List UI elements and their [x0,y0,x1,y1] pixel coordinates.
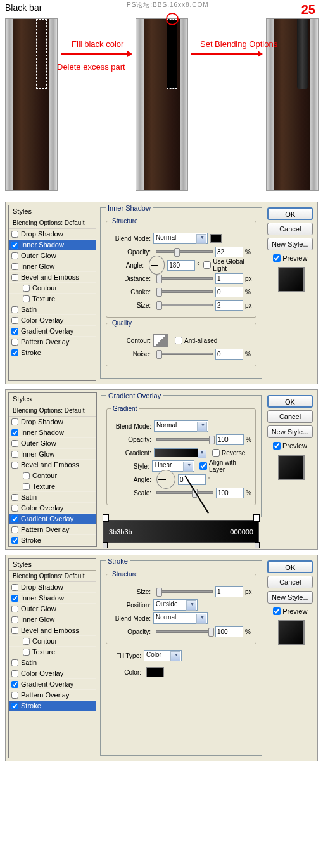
color-label: Color: [108,669,144,676]
preview-checkbox[interactable] [273,607,281,615]
style-satin[interactable]: Satin [9,492,96,503]
style-texture[interactable]: Texture [9,294,96,304]
style-drop-shadow[interactable]: Drop Shadow [9,229,96,240]
style-gradient-overlay[interactable]: Gradient Overlay [9,326,96,337]
blend-mode-combo[interactable]: Normal [154,420,208,432]
style-color-overlay[interactable]: Color Overlay [9,503,96,514]
styles-header[interactable]: Styles [9,559,96,571]
choke-input[interactable] [215,287,243,297]
cancel-button[interactable]: Cancel [267,410,313,423]
style-outer-glow[interactable]: Outer Glow [9,604,96,614]
new-style-button[interactable]: New Style... [267,238,313,250]
styles-header[interactable]: Styles [9,393,96,405]
ok-button[interactable]: OK [267,560,313,573]
style-outer-glow[interactable]: Outer Glow [9,438,96,449]
style-inner-shadow[interactable]: Inner Shadow [9,593,96,604]
size-slider[interactable] [156,304,213,306]
style-pattern-overlay[interactable]: Pattern Overlay [9,337,96,347]
settings-panel: Gradient Overlay Gradient Blend Mode:Nor… [99,392,263,547]
opacity-input[interactable] [215,626,243,637]
style-texture[interactable]: Texture [9,481,96,492]
style-inner-glow[interactable]: Inner Glow [9,449,96,460]
blending-options-default[interactable]: Blending Options: Default [9,217,96,229]
style-color-overlay[interactable]: Color Overlay [9,315,96,326]
distance-input[interactable] [215,273,243,284]
angle-dial[interactable] [156,470,175,489]
reverse-checkbox[interactable] [212,449,220,457]
stop-handle-right[interactable] [255,542,260,548]
style-contour[interactable]: Contour [9,283,96,294]
opacity-slider[interactable] [156,630,213,633]
style-bevel[interactable]: Bevel and Emboss [9,460,96,470]
blend-mode-combo[interactable]: Normal [153,612,208,624]
style-satin[interactable]: Satin [9,657,96,668]
styles-header[interactable]: Styles [9,205,96,217]
size-label: Size: [110,588,153,595]
style-drop-shadow[interactable]: Drop Shadow [9,417,96,427]
size-slider[interactable] [156,590,213,593]
style-contour[interactable]: Contour [9,636,96,647]
position-combo[interactable]: Outside [153,599,198,611]
stop-handle-left[interactable] [103,542,108,548]
size-input[interactable] [215,300,243,311]
style-color-overlay[interactable]: Color Overlay [9,668,96,679]
style-inner-glow[interactable]: Inner Glow [9,261,96,272]
fill-type-combo[interactable]: Color [144,650,182,661]
gradient-picker[interactable] [154,448,198,457]
preview-checkbox[interactable] [273,442,281,450]
style-contour[interactable]: Contour [9,470,96,481]
scale-input[interactable] [216,488,244,498]
stroke-color-swatch[interactable] [146,667,164,677]
new-style-button[interactable]: New Style... [267,591,313,604]
ok-button[interactable]: OK [267,207,313,220]
style-outer-glow[interactable]: Outer Glow [9,250,96,261]
instruction-3: Set Blending Options [200,39,277,49]
gradient-editor-bar[interactable]: 3b3b3b 000000 [103,520,259,543]
align-checkbox[interactable] [200,462,207,470]
blend-mode-combo[interactable]: Normal [153,233,208,244]
style-satin[interactable]: Satin [9,304,96,315]
shadow-color-swatch[interactable] [210,234,222,243]
blend-mode-label: Blend Mode: [110,235,153,242]
scale-slider[interactable] [156,491,213,494]
style-inner-shadow[interactable]: Inner Shadow [9,240,96,250]
styles-list: Styles Blending Options: Default Drop Sh… [8,205,96,381]
style-pattern-overlay[interactable]: Pattern Overlay [9,690,96,701]
style-inner-shadow[interactable]: Inner Shadow [9,427,96,438]
style-stroke[interactable]: Stroke [9,347,96,358]
angle-input[interactable] [167,260,195,271]
preview-checkbox[interactable] [273,254,281,262]
noise-slider[interactable] [156,353,213,355]
ok-button[interactable]: OK [267,395,313,408]
use-global-light-checkbox[interactable] [203,261,211,269]
style-bevel[interactable]: Bevel and Emboss [9,272,96,283]
cancel-button[interactable]: Cancel [267,223,313,235]
style-inner-glow[interactable]: Inner Glow [9,614,96,625]
opacity-input[interactable] [216,434,244,445]
antialiased-checkbox[interactable] [175,337,182,344]
style-combo[interactable]: Linear [152,460,194,472]
noise-input[interactable] [215,349,243,360]
style-gradient-overlay[interactable]: Gradient Overlay [9,679,96,690]
cancel-button[interactable]: Cancel [267,576,313,588]
size-input[interactable] [215,586,243,597]
angle-input[interactable] [178,474,206,485]
style-pattern-overlay[interactable]: Pattern Overlay [9,524,96,535]
new-style-button[interactable]: New Style... [267,425,313,438]
blending-options-default[interactable]: Blending Options: Default [9,405,96,417]
style-stroke[interactable]: Stroke [9,701,96,711]
contour-picker[interactable] [153,334,168,347]
opacity-slider[interactable] [156,250,213,253]
distance-slider[interactable] [156,277,213,280]
step-title: Black bar [5,3,42,13]
opacity-slider[interactable] [156,438,213,441]
style-stroke[interactable]: Stroke [9,535,96,546]
styles-list: Styles Blending Options: Default Drop Sh… [8,392,97,547]
style-bevel[interactable]: Bevel and Emboss [9,625,96,636]
blending-options-default[interactable]: Blending Options: Default [9,571,96,582]
style-drop-shadow[interactable]: Drop Shadow [9,582,96,593]
choke-slider[interactable] [156,290,213,293]
opacity-input[interactable] [215,247,243,257]
style-texture[interactable]: Texture [9,647,96,657]
style-gradient-overlay[interactable]: Gradient Overlay [9,514,96,524]
